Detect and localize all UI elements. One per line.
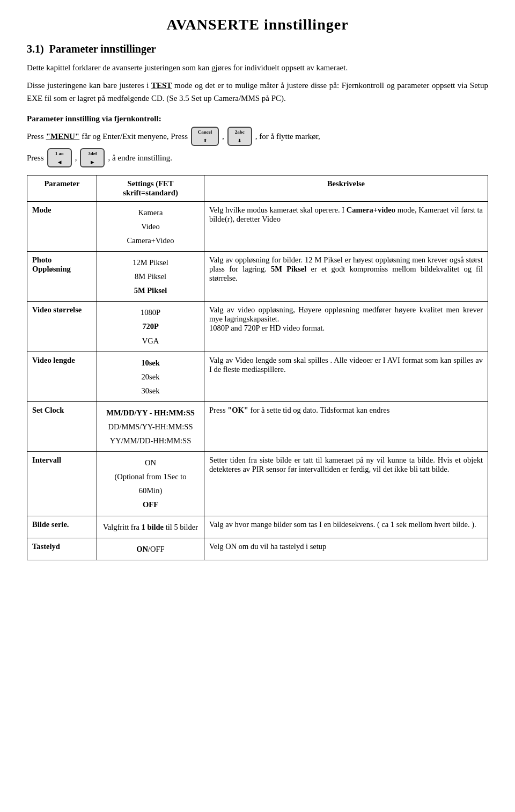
settings-photo: 12M Piksel8M Piksel5M Piksel (97, 252, 204, 302)
param-set-clock: Set Clock (27, 401, 97, 451)
param-video-size: Video størrelse (27, 302, 97, 352)
desc-intervall: Setter tiden fra siste bilde er tatt til… (204, 452, 488, 516)
instruction-line-1: Press "MENU" får og Enter/Exit menyene, … (27, 127, 488, 146)
press-label-1: Press (27, 128, 44, 144)
settings-tastelyd: ON/OFF (97, 538, 204, 560)
instruction-mid: får og Enter/Exit menyene, Press (82, 128, 188, 144)
settings-video-length: 10sek20sek30sek (97, 352, 204, 401)
page-title: AVANSERTE innstillinger (27, 16, 488, 33)
table-row: Set Clock MM/DD/YY - HH:MM:SSDD/MMS/YY-H… (27, 401, 488, 451)
intro-paragraph-1: Dette kapittel forklarer de avanserte ju… (27, 62, 488, 74)
table-row: Photo Oppløsning 12M Piksel8M Piksel5M P… (27, 252, 488, 302)
instruction-line-2: Press 1 ao ◀ , 3def ▶ , å endre innstill… (27, 148, 488, 167)
desc-video-size: Valg av video oppløsning, Høyere oppløsn… (204, 302, 488, 352)
settings-set-clock: MM/DD/YY - HH:MM:SSDD/MMS/YY-HH:MM:SSYY/… (97, 401, 204, 451)
1ao-button-icon: 1 ao ◀ (47, 148, 72, 167)
section-heading: 3.1) Parameter innstillinger (27, 43, 488, 55)
desc-tastelyd: Velg ON om du vil ha tastelyd i setup (204, 538, 488, 560)
desc-bilde-serie: Valg av hvor mange bilder som tas I en b… (204, 516, 488, 538)
settings-intervall: ON(Optional from 1Sec to 60Min)OFF (97, 452, 204, 516)
table-row: Mode KameraVideoCamera+Video Velg hvilke… (27, 201, 488, 251)
settings-video-size: 1080P720PVGA (97, 302, 204, 352)
table-row: Intervall ON(Optional from 1Sec to 60Min… (27, 452, 488, 516)
cancel-button-icon: Cancel ⬆ (191, 127, 219, 146)
desc-set-clock: Press "OK" for å sette tid og dato. Tids… (204, 401, 488, 451)
intro-paragraph-2: Disse justeringene kan bare justeres i T… (27, 79, 488, 105)
table-row: Bilde serie. Valgfritt fra 1 bilde til 5… (27, 516, 488, 538)
desc-photo: Valg av oppløsning for bilder. 12 M Piks… (204, 252, 488, 302)
table-row: Video lengde 10sek20sek30sek Valg av Vid… (27, 352, 488, 401)
table-row: Tastelyd ON/OFF Velg ON om du vil ha tas… (27, 538, 488, 560)
table-row: Video størrelse 1080P720PVGA Valg av vid… (27, 302, 488, 352)
settings-bilde-serie: Valgfritt fra 1 bilde til 5 bilder (97, 516, 204, 538)
desc-mode: Velg hvilke modus kameraet skal operere.… (204, 201, 488, 251)
param-video-length: Video lengde (27, 352, 97, 401)
col-header-parameter: Parameter (27, 175, 97, 201)
instruction-post-1: , for å flytte markør, (255, 128, 320, 144)
settings-mode: KameraVideoCamera+Video (97, 201, 204, 251)
instruction-post-2: , å endre innstilling. (108, 150, 172, 166)
desc-video-length: Valg av Video lengde som skal spilles . … (204, 352, 488, 401)
param-intervall: Intervall (27, 452, 97, 516)
param-tastelyd: Tastelyd (27, 538, 97, 560)
2abc-button-icon: 2abc ⬇ (227, 127, 252, 146)
param-photo: Photo Oppløsning (27, 252, 97, 302)
parameter-section: Parameter innstilling via fjernkontroll:… (27, 114, 488, 167)
col-header-beskrivelse: Beskrivelse (204, 175, 488, 201)
param-section-title: Parameter innstilling via fjernkontroll: (27, 114, 488, 123)
param-mode: Mode (27, 201, 97, 251)
press-label-2: Press (27, 150, 44, 166)
table-header-row: Parameter Settings (FETskrift=standard) … (27, 175, 488, 201)
3def-button-icon: 3def ▶ (80, 148, 105, 167)
param-bilde-serie: Bilde serie. (27, 516, 97, 538)
parameter-table: Parameter Settings (FETskrift=standard) … (27, 175, 488, 560)
col-header-settings: Settings (FETskrift=standard) (97, 175, 204, 201)
menu-label: "MENU" (46, 128, 79, 144)
